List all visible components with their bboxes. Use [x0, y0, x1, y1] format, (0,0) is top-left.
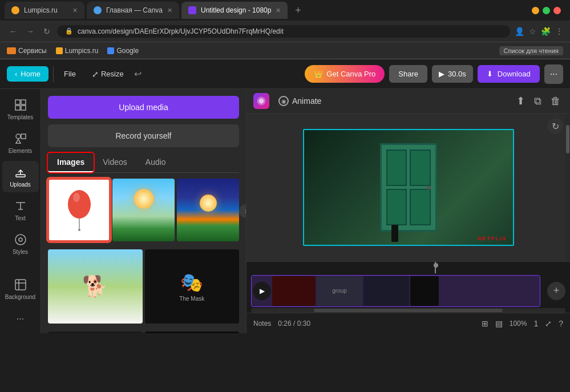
tab-favicon-canva-home: [94, 6, 102, 14]
track-play-button[interactable]: ▶: [253, 282, 271, 300]
tab-close-canva-home[interactable]: ✕: [167, 7, 172, 14]
svg-point-4: [16, 134, 21, 139]
film-strip-button[interactable]: ▤: [495, 319, 503, 328]
url-bar[interactable]: 🔒 canva.com/design/DAEnErXDrpk/UjvJCYP5O…: [57, 25, 510, 38]
image-thumb-dog[interactable]: 🐕: [48, 249, 143, 324]
videos-tab-label: Videos: [103, 157, 127, 167]
audio-tab[interactable]: Audio: [136, 153, 175, 172]
images-tab[interactable]: Images: [48, 153, 94, 172]
image-thumb-mask[interactable]: 🎭 The Mask: [145, 249, 240, 324]
forward-button[interactable]: →: [24, 26, 37, 37]
toolbar-right: 👑 Get Canva Pro Share ▶ 30.0s ⬇ Download…: [305, 64, 563, 84]
back-button[interactable]: ←: [7, 26, 19, 37]
download-button[interactable]: ⬇ Download: [478, 65, 540, 83]
tab-bar: Lumpics.ru ✕ Главная — Canva ✕ Untitled …: [0, 0, 570, 21]
share-canvas-button[interactable]: ⬆: [514, 92, 527, 110]
sidebar-item-uploads[interactable]: Uploads: [2, 161, 39, 192]
tab-close-lumpics[interactable]: ✕: [72, 7, 78, 14]
track-thumb-2[interactable]: group: [317, 276, 362, 306]
mask-figure: 🎭 The Mask: [179, 272, 204, 302]
door-panel-3: [386, 189, 407, 225]
timeline-track: ▶ group +: [246, 273, 570, 308]
sidebar-item-styles[interactable]: Styles: [2, 228, 39, 260]
extensions-icon[interactable]: 🧩: [541, 27, 551, 36]
bookmark-google[interactable]: Google: [107, 47, 139, 55]
sidebar-icons: Templates Elements Uploads Text: [0, 89, 41, 333]
share-button[interactable]: Share: [389, 65, 427, 83]
bookmark-icon[interactable]: ☆: [529, 27, 536, 36]
background-icon: [14, 278, 27, 292]
profile-icon[interactable]: 👤: [515, 27, 524, 36]
panel-expand-arrow[interactable]: ›: [239, 204, 246, 218]
get-pro-button[interactable]: 👑 Get Canva Pro: [305, 65, 385, 83]
track-thumb-4[interactable]: [410, 276, 439, 306]
bottom-bar: Notes 0:26 / 0:30 ⊞ ▤ 100% 1 ⤢ ?: [246, 313, 570, 333]
sidebar-more-button[interactable]: ···: [2, 309, 39, 329]
bookmark-services[interactable]: Сервисы: [7, 47, 47, 55]
file-button[interactable]: File: [58, 66, 82, 82]
reload-button[interactable]: ↻: [41, 26, 52, 37]
bookmark-lumpics-label: Lumpics.ru: [65, 47, 99, 55]
svg-rect-0: [15, 100, 20, 104]
close-button[interactable]: [553, 7, 561, 14]
resize-button[interactable]: ⤢ Resize: [86, 66, 130, 82]
add-clip-button[interactable]: +: [547, 282, 565, 300]
refresh-button[interactable]: ↻: [547, 118, 563, 134]
new-tab-button[interactable]: +: [290, 2, 306, 18]
fullscreen-button[interactable]: ⤢: [545, 319, 552, 328]
home-button[interactable]: ‹ Home: [7, 66, 48, 82]
tab-untitled[interactable]: Untitled design - 1080p ✕: [181, 2, 288, 19]
svg-point-11: [68, 190, 91, 219]
notes-button[interactable]: Notes: [253, 320, 271, 328]
background-label: Background: [5, 294, 35, 300]
sun2-decoration: [200, 195, 217, 212]
scroll-thumb-vertical[interactable]: [566, 125, 569, 153]
reading-list-button[interactable]: Список для чтения: [499, 46, 563, 55]
image-grid: [48, 179, 239, 241]
record-yourself-button[interactable]: Record yourself: [48, 124, 239, 147]
canva-toolbar: ‹ Home File ⤢ Resize ↩ 👑 Get Canva Pro S…: [0, 59, 570, 89]
minimize-button[interactable]: [532, 7, 539, 14]
bookmark-lumpics[interactable]: Lumpics.ru: [56, 47, 99, 55]
timer-button[interactable]: ▶ 30.0s: [432, 65, 473, 83]
maximize-button[interactable]: [543, 7, 550, 14]
canvas-top-right: ⬆ ⧉ 🗑: [514, 92, 563, 110]
more-options-button[interactable]: ···: [544, 64, 563, 84]
duplicate-button[interactable]: ⧉: [532, 92, 544, 110]
image-thumb-balloon[interactable]: [48, 179, 110, 241]
animate-button[interactable]: ◉ Animate: [274, 94, 326, 108]
sidebar-item-elements[interactable]: Elements: [2, 127, 39, 159]
timeline-scrollbar-thumb[interactable]: [314, 309, 503, 312]
help-button[interactable]: ?: [559, 319, 563, 328]
tab-lumpics[interactable]: Lumpics.ru ✕: [5, 2, 84, 19]
track-thumb-3[interactable]: [363, 276, 409, 306]
videos-tab[interactable]: Videos: [94, 153, 136, 172]
sidebar-item-text[interactable]: Text: [2, 195, 39, 226]
svg-point-9: [19, 238, 22, 241]
image-thumb-landscape1[interactable]: [112, 179, 175, 241]
undo-button[interactable]: ↩: [134, 68, 142, 79]
canva-main: Templates Elements Uploads Text: [0, 89, 570, 333]
delete-button[interactable]: 🗑: [548, 92, 563, 110]
time-display: 0:26 / 0:30: [278, 320, 310, 328]
upload-media-button[interactable]: Upload media: [48, 96, 239, 119]
timeline-track-inner: ▶ group: [251, 275, 540, 307]
grid-view-button[interactable]: ⊞: [482, 319, 488, 328]
tab-close-untitled[interactable]: ✕: [276, 7, 281, 14]
page-display[interactable]: 1: [533, 319, 538, 328]
track-thumb-1[interactable]: [272, 276, 316, 306]
image-thumb-landscape2[interactable]: [177, 179, 239, 241]
sidebar-item-templates[interactable]: Templates: [2, 94, 39, 125]
tab-canva-home[interactable]: Главная — Canva ✕: [87, 2, 179, 19]
vertical-scrollbar[interactable]: [565, 114, 570, 261]
svg-rect-1: [21, 100, 26, 104]
address-bar: ← → ↻ 🔒 canva.com/design/DAEnErXDrpk/Ujv…: [0, 21, 570, 42]
svg-rect-5: [21, 134, 26, 139]
settings-icon[interactable]: ⋮: [555, 27, 563, 36]
sidebar-item-background[interactable]: Background: [2, 273, 39, 305]
resize-icon: ⤢: [92, 70, 99, 79]
image-thumb-dark[interactable]: [145, 332, 240, 333]
sun-decoration: [134, 189, 153, 209]
image-thumb-mask2[interactable]: 🎭: [48, 332, 143, 333]
timeline-scrollbar[interactable]: [251, 308, 565, 313]
